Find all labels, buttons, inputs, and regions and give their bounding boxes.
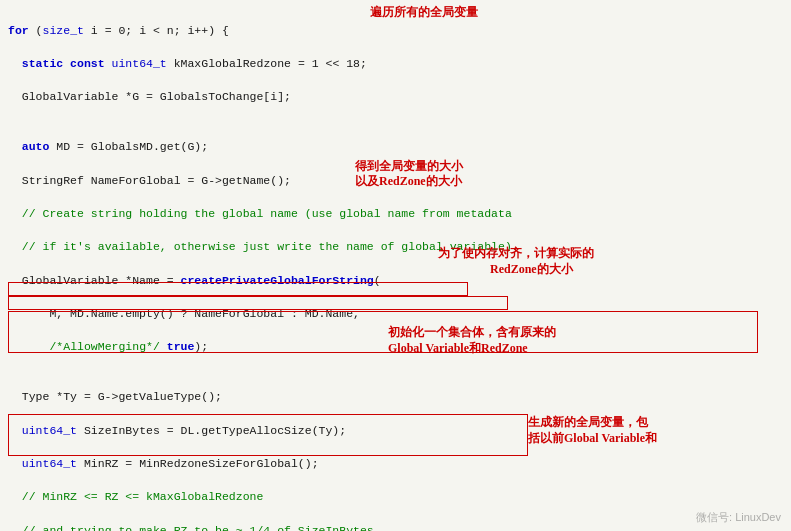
annotation-global-redzone: Global Variable和RedZone (388, 340, 528, 357)
annotation-init-struct: 初始化一个集合体，含有原来的 (388, 324, 556, 341)
annotation-redzone-size: 以及RedZone的大小 (355, 173, 462, 190)
watermark: 微信号: LinuxDev (696, 510, 781, 525)
code-container: for (size_t i = 0; i < n; i++) { static … (0, 0, 791, 531)
annotation-new-global: 生成新的全局变量，包 (528, 414, 648, 431)
annotation-redzone-actual: RedZone的大小 (490, 261, 573, 278)
annotation-traverse-globals: 遍历所有的全局变量 (370, 4, 478, 21)
code-block: for (size_t i = 0; i < n; i++) { static … (8, 6, 783, 531)
annotation-align-calc: 为了使内存对齐，计算实际的 (438, 245, 594, 262)
annotation-new-global2: 括以前Global Variable和 (528, 430, 657, 447)
